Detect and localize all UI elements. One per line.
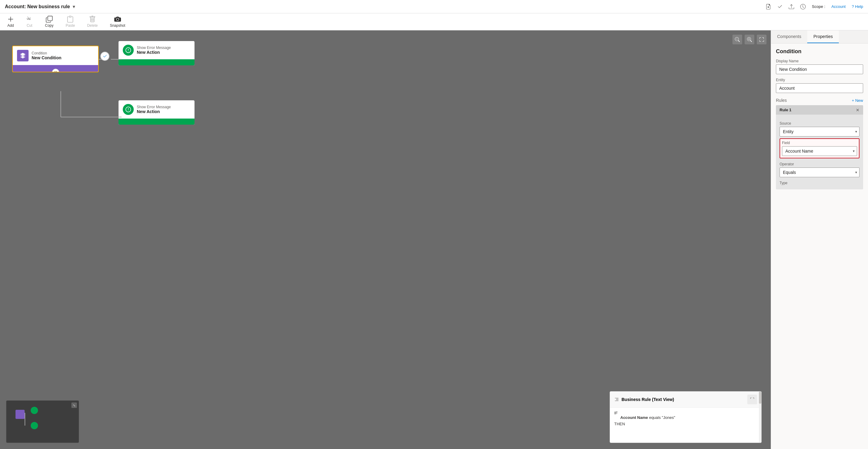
type-label: Type [780,181,860,185]
if-label: IF [614,411,618,415]
condition-icon-box [17,50,29,61]
rules-label: Rules [776,98,787,103]
save-icon-btn[interactable] [766,4,771,9]
panel-section-title: Condition [776,48,863,55]
text-view-if-line: IF [614,411,757,415]
text-view-title: Business Rule (Text View) [614,397,674,402]
entity-input[interactable] [776,83,863,93]
display-name-input[interactable] [776,64,863,74]
field-select[interactable]: Account Name [782,146,857,156]
scope-label: Scope : [812,4,825,9]
right-panel: Components Properties Condition Display … [771,30,868,449]
condition-text: Condition New Condition [32,51,61,60]
rule-1-body: Source Entity ▾ Field Account Name [776,115,863,189]
paste-button: Paste [63,14,78,29]
text-view-panel: Business Rule (Text View) IF Account Nam… [610,391,762,443]
add-button[interactable]: Add [5,14,17,29]
paste-label: Paste [66,23,75,28]
condition-node-header: Condition New Condition [13,46,98,65]
rules-header: Rules + New [776,98,863,103]
mini-node-action2 [31,422,38,429]
history-icon-btn[interactable] [800,4,806,9]
help-link[interactable]: ? Help [851,4,863,9]
condition-name-label: New Condition [32,55,61,60]
text-view-icon [614,397,619,402]
entity-label: Entity [776,78,863,82]
action-icon-box-bottom [123,104,134,115]
check-icon-btn[interactable] [777,4,783,9]
source-select-wrapper: Entity ▾ [780,127,860,137]
text-view-condition-line: Account Name equals "Jones" [614,415,757,420]
main-layout: Condition New Condition ✕ Show Error Mes… [0,30,868,449]
condition-operator: equals "Jones" [649,415,675,420]
field-select-wrapper: Account Name ▾ [782,146,857,156]
text-view-body: IF Account Name equals "Jones" THEN [610,408,761,429]
mini-map-expand-btn[interactable]: ⤡ [71,402,77,408]
panel-content: Condition Display Name Entity Rules + Ne… [771,43,868,197]
action-name-bottom: New Action [137,109,171,114]
text-view-scroll-thumb [759,392,761,404]
action-icon-box-top [123,45,134,56]
text-view-expand-btn[interactable] [747,395,757,404]
action-footer-bottom [119,119,194,125]
toolbar: Add Cut Copy Paste Delete Snapshot [0,13,868,30]
mini-node-action1 [31,407,38,414]
action-type-top: Show Error Message [137,46,171,50]
mini-connector-line [25,413,25,426]
source-select[interactable]: Entity [780,127,860,137]
snapshot-button[interactable]: Snapshot [107,14,128,29]
operator-select[interactable]: Equals [780,168,860,177]
add-label: Add [7,23,14,28]
title-bar-right: Scope : Account ? Help [766,4,863,9]
action-node-top[interactable]: Show Error Message New Action [119,41,194,65]
cut-label: Cut [27,23,33,28]
canvas-controls [733,35,767,44]
rule-1-card: Rule 1 ✕ Source Entity ▾ Field [776,105,863,189]
copy-label: Copy [45,23,54,28]
delete-label: Delete [87,23,98,28]
field-label-inner: Field [782,141,857,145]
text-view-title-text: Business Rule (Text View) [622,397,674,402]
snapshot-label: Snapshot [110,23,125,28]
title-bar: Account: New business rule ▼ Scope : Acc… [0,0,868,13]
panel-tabs: Components Properties [771,30,868,43]
title-chevron[interactable]: ▼ [72,4,76,9]
condition-field-name: Account Name [620,415,648,420]
rule-1-header: Rule 1 ✕ [776,105,863,115]
copy-button[interactable]: Copy [42,14,56,29]
action-text-bottom: Show Error Message New Action [137,105,171,114]
text-view-scrollbar[interactable] [759,392,761,443]
tab-properties[interactable]: Properties [807,30,839,43]
title-text: Account: New business rule [5,4,70,9]
zoom-out-button[interactable] [733,35,742,44]
delete-button: Delete [85,14,100,29]
condition-node[interactable]: Condition New Condition ✕ [12,46,99,72]
rule-1-title: Rule 1 [780,108,792,112]
display-name-label: Display Name [776,59,863,63]
action-text-top: Show Error Message New Action [137,46,171,55]
operator-label: Operator [780,162,860,166]
title-bar-left: Account: New business rule ▼ [5,4,76,9]
action-footer-top [119,59,194,65]
source-label: Source [780,121,860,125]
mini-map: ⤡ [6,400,79,443]
action-name-top: New Action [137,50,171,55]
action-node-top-header: Show Error Message New Action [119,41,194,59]
fit-view-button[interactable] [757,35,767,44]
rule-1-close-btn[interactable]: ✕ [856,108,860,112]
zoom-in-button[interactable] [745,35,754,44]
mini-node-condition [16,410,25,419]
action-type-bottom: Show Error Message [137,105,171,109]
text-view-then-line: THEN [614,422,757,426]
then-label: THEN [614,422,625,426]
new-rule-button[interactable]: + New [852,98,863,103]
scope-value[interactable]: Account [831,4,845,9]
tab-components[interactable]: Components [771,30,807,43]
checkmark-badge [100,52,110,61]
publish-icon-btn[interactable] [789,4,794,9]
connector-lines [0,30,771,449]
condition-type-label: Condition [32,51,61,55]
canvas-area[interactable]: Condition New Condition ✕ Show Error Mes… [0,30,771,449]
text-view-header: Business Rule (Text View) [610,392,761,408]
action-node-bottom[interactable]: Show Error Message New Action [119,100,194,125]
